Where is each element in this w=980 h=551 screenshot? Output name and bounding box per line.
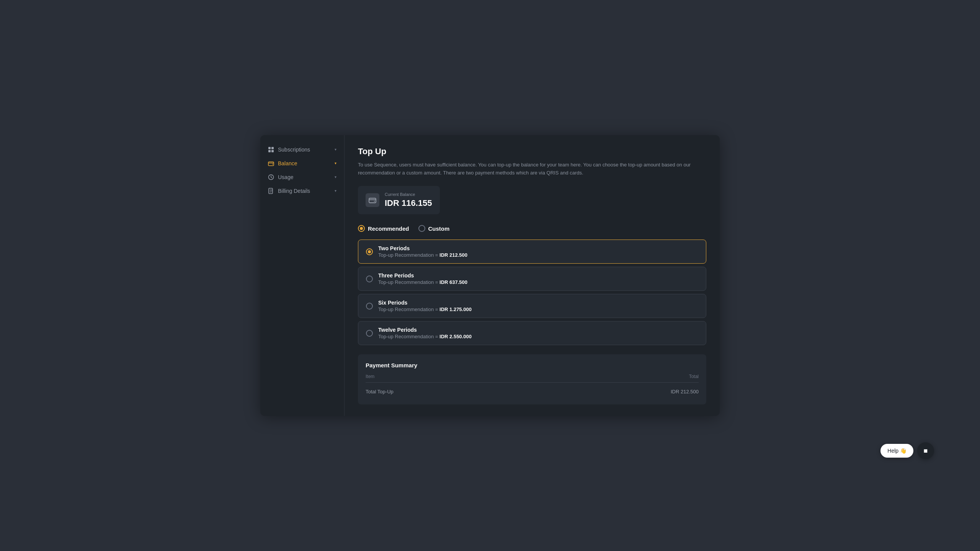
payment-summary-title: Payment Summary <box>366 362 699 368</box>
sidebar-item-billing-details[interactable]: Billing Details ▾ <box>260 184 344 198</box>
period-radio-inner-two <box>368 250 371 253</box>
payment-table-header: Item Total <box>366 374 699 383</box>
chat-button[interactable]: ■ <box>917 442 934 459</box>
radio-inner-recommended <box>360 227 363 230</box>
period-radio-twelve <box>366 330 373 337</box>
balance-amount: IDR 116.155 <box>385 198 432 208</box>
period-name-three: Three Periods <box>378 272 467 279</box>
col-total: Total <box>689 374 699 379</box>
clock-icon <box>268 174 274 180</box>
svg-rect-3 <box>271 150 274 152</box>
svg-rect-1 <box>271 147 274 149</box>
period-rec-value-six: IDR 1.275.000 <box>439 306 472 312</box>
svg-point-9 <box>374 201 375 202</box>
period-option-twelve[interactable]: Twelve Periods Top-up Recommendation = I… <box>358 321 706 345</box>
chevron-icon: ▾ <box>335 175 336 179</box>
payment-table-row: Total Top-Up IDR 212.500 <box>366 386 699 397</box>
sidebar-item-usage[interactable]: Usage ▾ <box>260 170 344 184</box>
period-radio-six <box>366 303 373 310</box>
help-buttons: Help 👋 ■ <box>880 442 934 459</box>
sidebar-item-label: Subscriptions <box>278 147 310 153</box>
col-item: Item <box>366 374 374 379</box>
sidebar-item-label: Balance <box>278 160 297 166</box>
page-description: To use Sequence, users must have suffici… <box>358 161 702 177</box>
balance-card: Current Balance IDR 116.155 <box>358 186 440 214</box>
radio-custom[interactable]: Custom <box>418 225 450 232</box>
sidebar-item-label: Usage <box>278 174 293 180</box>
help-button[interactable]: Help 👋 <box>880 444 913 458</box>
chevron-icon: ▾ <box>335 189 336 193</box>
wallet-icon <box>268 160 274 166</box>
period-info-three: Three Periods Top-up Recommendation = ID… <box>378 272 467 285</box>
period-option-three[interactable]: Three Periods Top-up Recommendation = ID… <box>358 267 706 291</box>
help-label: Help 👋 <box>887 448 906 454</box>
balance-label: Current Balance <box>385 192 432 197</box>
radio-label-custom: Custom <box>428 225 450 232</box>
row-item: Total Top-Up <box>366 389 394 395</box>
svg-rect-0 <box>268 147 271 149</box>
radio-outer-recommended <box>358 225 365 232</box>
period-name-six: Six Periods <box>378 300 472 306</box>
sidebar: Subscriptions ▾ Balance ▾ <box>260 135 345 416</box>
period-info-twelve: Twelve Periods Top-up Recommendation = I… <box>378 327 472 339</box>
period-rec-six: Top-up Recommendation = IDR 1.275.000 <box>378 306 472 312</box>
radio-recommended[interactable]: Recommended <box>358 225 409 232</box>
period-radio-two <box>366 248 373 255</box>
svg-point-5 <box>272 164 273 165</box>
chat-icon: ■ <box>924 447 928 455</box>
sidebar-item-label: Billing Details <box>278 188 310 194</box>
page-title: Top Up <box>358 147 706 156</box>
period-name-two: Two Periods <box>378 245 467 251</box>
grid-icon <box>268 147 274 153</box>
period-name-twelve: Twelve Periods <box>378 327 472 333</box>
document-icon <box>268 188 274 194</box>
svg-rect-8 <box>369 198 376 203</box>
period-option-two[interactable]: Two Periods Top-up Recommendation = IDR … <box>358 240 706 264</box>
app-container: Subscriptions ▾ Balance ▾ <box>260 135 720 416</box>
period-option-six[interactable]: Six Periods Top-up Recommendation = IDR … <box>358 294 706 318</box>
period-rec-value-two: IDR 212.500 <box>439 252 467 258</box>
period-rec-value-twelve: IDR 2.550.000 <box>439 334 472 339</box>
row-total: IDR 212.500 <box>671 389 699 395</box>
sidebar-item-subscriptions[interactable]: Subscriptions ▾ <box>260 143 344 156</box>
payment-summary: Payment Summary Item Total Total Top-Up … <box>358 354 706 404</box>
period-info-six: Six Periods Top-up Recommendation = IDR … <box>378 300 472 312</box>
radio-outer-custom <box>418 225 425 232</box>
period-rec-two: Top-up Recommendation = IDR 212.500 <box>378 252 467 258</box>
balance-icon <box>366 193 379 207</box>
radio-label-recommended: Recommended <box>368 225 409 232</box>
svg-rect-4 <box>268 162 274 166</box>
period-rec-value-three: IDR 637.500 <box>439 279 467 285</box>
period-info-two: Two Periods Top-up Recommendation = IDR … <box>378 245 467 258</box>
period-radio-three <box>366 276 373 282</box>
period-rec-three: Top-up Recommendation = IDR 637.500 <box>378 279 467 285</box>
chevron-icon: ▾ <box>335 161 336 165</box>
period-options: Two Periods Top-up Recommendation = IDR … <box>358 240 706 345</box>
radio-group: Recommended Custom <box>358 225 706 232</box>
svg-rect-2 <box>268 150 271 152</box>
period-rec-twelve: Top-up Recommendation = IDR 2.550.000 <box>378 334 472 339</box>
sidebar-item-balance[interactable]: Balance ▾ <box>260 156 344 170</box>
chevron-icon: ▾ <box>335 147 336 152</box>
main-content: Top Up To use Sequence, users must have … <box>345 135 720 416</box>
